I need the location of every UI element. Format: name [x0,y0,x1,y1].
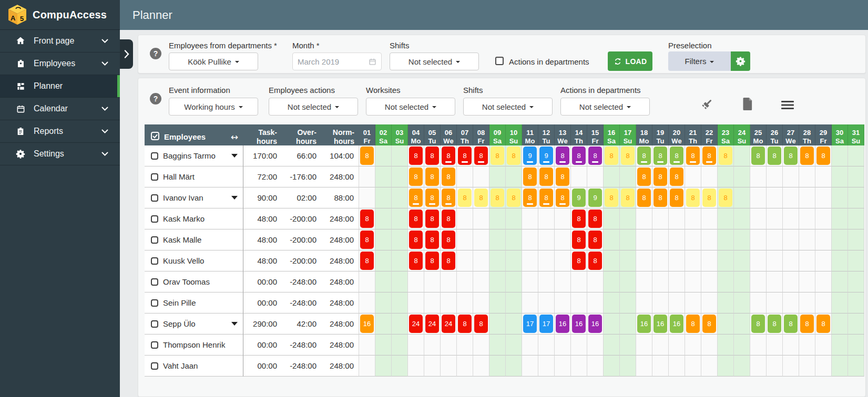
day-cell-05[interactable]: 24 [424,314,441,335]
day-cell-20[interactable] [669,250,685,271]
shift-pill[interactable]: 8 [653,168,667,186]
day-cell-31[interactable] [848,271,864,292]
shift-pill[interactable]: 8 [491,189,504,207]
day-cell-30[interactable] [832,187,848,208]
day-cell-07[interactable] [457,271,473,292]
day-cell-26[interactable] [767,335,783,356]
day-cell-03[interactable] [392,208,408,229]
day-cell-02[interactable] [375,229,392,250]
employee-checkbox[interactable] [151,320,158,328]
shift-pill[interactable]: 8 [539,189,553,207]
day-cell-20[interactable] [669,292,685,314]
month-input[interactable]: March 2019 [292,53,382,70]
day-cell-16[interactable]: 8 [604,187,620,208]
day-cell-24[interactable] [734,356,750,377]
day-cell-10[interactable] [506,229,522,250]
document-button[interactable] [741,97,753,112]
day-cell-10[interactable] [506,250,522,271]
shift-pill[interactable]: 8 [670,189,683,207]
day-cell-03[interactable] [392,292,408,314]
shift-pill[interactable]: 8 [409,147,423,165]
day-cell-15[interactable] [587,271,604,292]
day-cell-15[interactable] [587,356,604,377]
day-cell-14[interactable] [571,335,587,356]
shift-pill[interactable]: 24 [442,315,455,333]
shift-pill[interactable]: 8 [360,231,374,249]
day-cell-01[interactable] [359,356,375,377]
day-cell-06[interactable]: 8 [441,187,457,208]
day-cell-14[interactable] [571,166,587,187]
shift-pill[interactable]: 8 [653,147,667,165]
day-cell-30[interactable] [832,250,848,271]
column-resize-icon[interactable]: ↔ [231,132,238,142]
day-cell-18[interactable] [636,335,652,356]
day-cell-04[interactable]: 8 [408,250,424,271]
day-cell-04[interactable] [408,271,424,292]
day-cell-15[interactable]: 9 [587,187,604,208]
sidebar-item-front-page[interactable]: Front page [0,30,120,53]
day-cell-30[interactable] [832,356,848,377]
day-cell-29[interactable] [815,335,832,356]
day-cell-13[interactable] [555,271,571,292]
shift-pill[interactable]: 24 [409,315,423,333]
day-cell-06[interactable] [441,271,457,292]
shift-pill[interactable]: 8 [637,168,651,186]
day-cell-05[interactable]: 8 [424,187,441,208]
day-cell-13[interactable] [555,335,571,356]
day-cell-12[interactable] [538,356,555,377]
day-cell-03[interactable] [392,145,408,166]
shift-pill[interactable]: 8 [670,147,683,165]
day-cell-05[interactable] [424,356,441,377]
shift-pill[interactable]: 8 [719,189,732,207]
day-cell-07[interactable] [457,229,473,250]
day-cell-05[interactable]: 8 [424,208,441,229]
shift-pill[interactable]: 8 [442,210,455,228]
event-information-dropdown[interactable]: Working hours [169,98,258,116]
day-cell-26[interactable] [767,187,783,208]
day-cell-04[interactable]: 8 [408,145,424,166]
day-cell-09[interactable] [489,229,506,250]
shift-pill[interactable]: 8 [702,315,716,333]
day-cell-30[interactable] [832,145,848,166]
shift-pill[interactable]: 8 [556,147,569,165]
day-cell-17[interactable]: 8 [620,145,636,166]
day-cell-27[interactable] [783,250,799,271]
shift-pill[interactable]: 8 [702,147,716,165]
day-cell-29[interactable] [815,187,832,208]
shift-pill[interactable]: 8 [409,231,423,249]
shift-pill[interactable]: 8 [572,210,586,228]
day-cell-15[interactable]: 8 [587,229,604,250]
day-cell-02[interactable] [375,356,392,377]
day-cell-03[interactable] [392,187,408,208]
day-cell-08[interactable] [473,292,489,314]
day-cell-25[interactable] [750,187,767,208]
shift-pill[interactable]: 8 [653,189,667,207]
day-cell-15[interactable]: 8 [587,250,604,271]
day-cell-08[interactable]: 8 [473,145,489,166]
day-cell-06[interactable] [441,335,457,356]
day-cell-11[interactable] [522,271,538,292]
day-cell-12[interactable] [538,229,555,250]
day-cell-29[interactable] [815,356,832,377]
day-cell-21[interactable] [685,271,701,292]
day-cell-26[interactable]: 8 [767,145,783,166]
shift-pill[interactable]: 8 [605,147,618,165]
day-cell-27[interactable] [783,292,799,314]
day-cell-12[interactable] [538,208,555,229]
shift-pill[interactable]: 16 [556,315,569,333]
day-cell-22[interactable]: 8 [701,187,718,208]
day-cell-23[interactable] [718,271,734,292]
day-cell-06[interactable]: 24 [441,314,457,335]
day-cell-21[interactable] [685,166,701,187]
day-cell-17[interactable] [620,292,636,314]
shift-pill[interactable]: 8 [719,147,732,165]
day-cell-01[interactable]: 8 [359,208,375,229]
shift-pill[interactable]: 8 [409,252,423,270]
day-cell-23[interactable] [718,356,734,377]
day-cell-21[interactable] [685,292,701,314]
day-cell-26[interactable]: 8 [767,314,783,335]
day-cell-04[interactable] [408,292,424,314]
day-cell-22[interactable] [701,229,718,250]
day-cell-31[interactable] [848,166,864,187]
day-cell-27[interactable] [783,356,799,377]
